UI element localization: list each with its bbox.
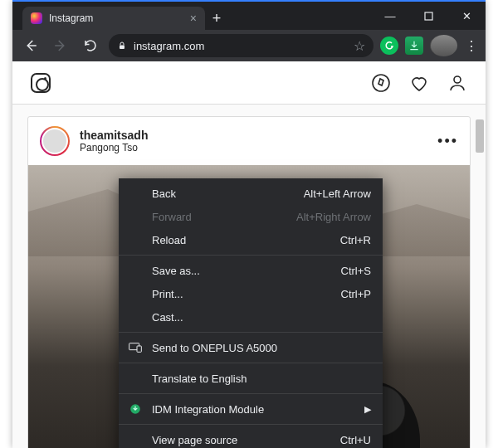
post-header: theamitsadh Pangong Tso ••• <box>28 117 470 165</box>
lock-icon <box>117 41 127 51</box>
close-window-button[interactable]: ✕ <box>447 2 486 30</box>
author-avatar[interactable] <box>40 126 70 156</box>
author-username[interactable]: theamitsadh <box>80 129 148 142</box>
context-menu-separator <box>119 255 383 256</box>
context-menu-label: Forward <box>152 211 192 223</box>
browser-toolbar: instagram.com ☆ ⋮ <box>12 30 486 61</box>
explore-icon[interactable] <box>371 73 391 93</box>
context-menu-item-forward: ForwardAlt+Right Arrow <box>119 205 383 228</box>
url-text: instagram.com <box>134 40 204 52</box>
page-scrollbar[interactable] <box>476 119 484 153</box>
grammarly-extension-icon[interactable] <box>380 37 398 55</box>
browser-window: Instagram × + — ✕ instagram.com ☆ <box>12 0 486 448</box>
svg-rect-1 <box>120 46 124 50</box>
address-bar[interactable]: instagram.com ☆ <box>109 34 374 57</box>
instagram-logo-icon[interactable] <box>31 73 51 93</box>
context-menu-shortcut: Ctrl+R <box>340 234 371 246</box>
context-menu-label: Cast... <box>152 311 183 324</box>
profile-avatar[interactable] <box>430 35 457 56</box>
context-menu-shortcut: Ctrl+U <box>340 434 371 446</box>
svg-rect-0 <box>425 12 432 20</box>
context-menu-label: Print... <box>152 288 183 300</box>
post-location[interactable]: Pangong Tso <box>80 142 148 153</box>
context-menu-shortcut: Alt+Left Arrow <box>304 187 371 200</box>
forward-button[interactable] <box>49 34 72 57</box>
svg-point-2 <box>373 75 389 91</box>
context-menu-item-translate-to-english[interactable]: Translate to English <box>119 367 383 390</box>
window-controls: — ✕ <box>371 2 486 30</box>
context-menu-separator <box>119 393 383 394</box>
browser-menu-button[interactable]: ⋮ <box>464 38 479 54</box>
context-menu-item-view-page-source[interactable]: View page sourceCtrl+U <box>119 428 383 448</box>
context-menu-shortcut: Ctrl+P <box>341 288 371 300</box>
context-menu: BackAlt+Left ArrowForwardAlt+Right Arrow… <box>119 178 383 448</box>
maximize-button[interactable] <box>409 2 447 30</box>
context-menu-shortcut: Alt+Right Arrow <box>296 211 371 223</box>
bookmark-star-icon[interactable]: ☆ <box>354 38 365 54</box>
context-menu-label: Send to ONEPLUS A5000 <box>152 342 277 354</box>
tab-close-icon[interactable]: × <box>190 12 197 25</box>
context-menu-separator <box>119 363 383 363</box>
arrow-right-icon <box>53 38 68 53</box>
context-menu-shortcut: Ctrl+S <box>341 265 371 277</box>
context-menu-item-send-to-oneplus-a5000[interactable]: Send to ONEPLUS A5000 <box>119 336 383 359</box>
reload-icon <box>83 38 98 53</box>
context-menu-label: Translate to English <box>152 373 247 385</box>
title-bar: Instagram × + — ✕ <box>12 2 486 30</box>
context-menu-label: Reload <box>152 234 186 246</box>
maximize-icon <box>424 12 433 21</box>
instagram-favicon-icon <box>31 12 42 24</box>
context-menu-item-print[interactable]: Print...Ctrl+P <box>119 282 383 305</box>
context-menu-label: IDM Integration Module <box>152 403 264 416</box>
profile-icon[interactable] <box>447 73 467 93</box>
context-menu-item-back[interactable]: BackAlt+Left Arrow <box>119 182 383 205</box>
context-menu-label: View page source <box>152 434 237 446</box>
idm-icon <box>129 402 142 416</box>
device-icon <box>129 341 142 354</box>
submenu-arrow-icon: ▶ <box>364 404 371 415</box>
svg-rect-5 <box>137 346 141 352</box>
context-menu-item-idm-integration-module[interactable]: IDM Integration Module▶ <box>119 397 383 421</box>
context-menu-label: Back <box>152 187 176 200</box>
post-more-button[interactable]: ••• <box>437 133 458 150</box>
reload-button[interactable] <box>79 34 102 57</box>
arrow-left-icon <box>23 38 38 53</box>
activity-heart-icon[interactable] <box>409 73 429 93</box>
context-menu-item-save-as[interactable]: Save as...Ctrl+S <box>119 259 383 282</box>
context-menu-separator <box>119 332 383 333</box>
tab-title: Instagram <box>49 12 93 24</box>
context-menu-label: Save as... <box>152 265 200 277</box>
svg-point-3 <box>454 76 461 83</box>
minimize-button[interactable]: — <box>371 2 409 30</box>
idm-extension-icon[interactable] <box>405 37 423 55</box>
browser-tab[interactable]: Instagram × <box>22 7 205 30</box>
context-menu-separator <box>119 424 383 425</box>
context-menu-item-reload[interactable]: ReloadCtrl+R <box>119 228 383 251</box>
context-menu-item-cast[interactable]: Cast... <box>119 305 383 329</box>
instagram-header <box>12 61 486 105</box>
new-tab-button[interactable]: + <box>205 7 228 30</box>
back-button[interactable] <box>19 34 42 57</box>
